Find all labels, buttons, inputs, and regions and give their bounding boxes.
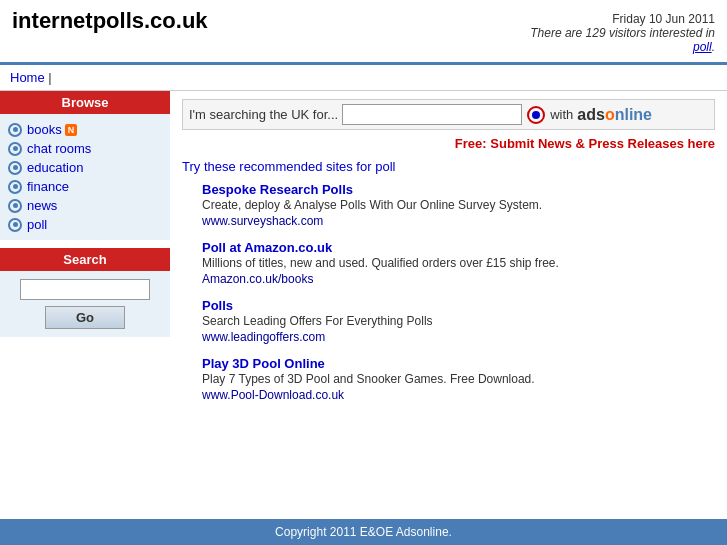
result-item-4: Play 3D Pool Online Play 7 Types of 3D P… xyxy=(202,356,715,402)
search-bar: I'm searching the UK for... with adsonli… xyxy=(182,99,715,130)
result-title-2: Poll at Amazon.co.uk xyxy=(202,240,715,255)
o-text: o xyxy=(605,106,615,123)
press-release: Free: Submit News & Press Releases here xyxy=(182,136,715,151)
search-title: Search xyxy=(0,248,170,271)
sidebar-item-education[interactable]: education xyxy=(8,158,162,177)
sidebar-link-chat-rooms[interactable]: chat rooms xyxy=(27,141,91,156)
sidebar-link-education[interactable]: education xyxy=(27,160,83,175)
sidebar-link-finance[interactable]: finance xyxy=(27,179,69,194)
nav-separator: | xyxy=(48,70,51,85)
go-button[interactable]: Go xyxy=(45,306,125,329)
visitors-text: There are 129 visitors interested in pol… xyxy=(530,26,715,54)
keyword: poll xyxy=(375,159,395,174)
press-release-text: Submit News & Press Releases here xyxy=(490,136,715,151)
nav-home[interactable]: Home xyxy=(10,70,45,85)
search-label: I'm searching the UK for... xyxy=(189,107,338,122)
result-url-3: www.leadingoffers.com xyxy=(202,329,715,344)
result-item-3: Polls Search Leading Offers For Everythi… xyxy=(202,298,715,344)
date-info: Friday 10 Jun 2011 There are 129 visitor… xyxy=(530,12,715,54)
result-url-1: www.surveyshack.com xyxy=(202,213,715,228)
result-url-2: Amazon.co.uk/books xyxy=(202,271,715,286)
browse-items: books N chat rooms education finance xyxy=(0,114,170,240)
new-badge: N xyxy=(65,124,78,136)
ads-online-logo: adsonline xyxy=(577,106,652,124)
result-desc-1: Create, deploy & Analyse Polls With Our … xyxy=(202,198,715,212)
with-text: with xyxy=(550,107,573,122)
bullet-icon xyxy=(8,161,22,175)
result-item-2: Poll at Amazon.co.uk Millions of titles,… xyxy=(202,240,715,286)
result-link-1[interactable]: Bespoke Research Polls xyxy=(202,182,353,197)
sidebar: Browse books N chat rooms education xyxy=(0,91,170,422)
recommended-label: Try these recommended sites for poll xyxy=(182,159,715,174)
result-url-4: www.Pool-Download.co.uk xyxy=(202,387,715,402)
result-desc-4: Play 7 Types of 3D Pool and Snooker Game… xyxy=(202,372,715,386)
search-body: Go xyxy=(0,271,170,337)
result-link-3[interactable]: Polls xyxy=(202,298,233,313)
result-item-1: Bespoke Research Polls Create, deploy & … xyxy=(202,182,715,228)
result-title-4: Play 3D Pool Online xyxy=(202,356,715,371)
search-input[interactable] xyxy=(20,279,150,300)
press-release-link[interactable]: Free: Submit News & Press Releases here xyxy=(455,136,715,151)
free-text: Free: xyxy=(455,136,487,151)
result-desc-2: Millions of titles, new and used. Qualif… xyxy=(202,256,715,270)
result-link-2[interactable]: Poll at Amazon.co.uk xyxy=(202,240,332,255)
bullet-icon xyxy=(8,199,22,213)
ads-text: ads xyxy=(577,106,605,123)
search-section: Search Go xyxy=(0,248,170,337)
sidebar-item-news[interactable]: news xyxy=(8,196,162,215)
bullet-icon xyxy=(8,123,22,137)
sidebar-link-books[interactable]: books xyxy=(27,122,62,137)
main-content: I'm searching the UK for... with adsonli… xyxy=(170,91,727,422)
sidebar-item-finance[interactable]: finance xyxy=(8,177,162,196)
results-list: Bespoke Research Polls Create, deploy & … xyxy=(182,182,715,402)
browse-title: Browse xyxy=(0,91,170,114)
result-link-4[interactable]: Play 3D Pool Online xyxy=(202,356,325,371)
uk-search-input[interactable] xyxy=(342,104,522,125)
date-text: Friday 10 Jun 2011 xyxy=(530,12,715,26)
sidebar-item-poll[interactable]: poll xyxy=(8,215,162,234)
nav-bar: Home | xyxy=(0,65,727,91)
result-title-3: Polls xyxy=(202,298,715,313)
sidebar-link-news[interactable]: news xyxy=(27,198,57,213)
bullet-icon xyxy=(8,180,22,194)
radio-icon xyxy=(527,106,545,124)
sidebar-item-books[interactable]: books N xyxy=(8,120,162,139)
bullet-icon xyxy=(8,142,22,156)
sidebar-item-chat-rooms[interactable]: chat rooms xyxy=(8,139,162,158)
visitors-link[interactable]: poll xyxy=(693,40,712,54)
bullet-icon xyxy=(8,218,22,232)
nline-text: nline xyxy=(615,106,652,123)
result-title-1: Bespoke Research Polls xyxy=(202,182,715,197)
sidebar-link-poll[interactable]: poll xyxy=(27,217,47,232)
result-desc-3: Search Leading Offers For Everything Pol… xyxy=(202,314,715,328)
